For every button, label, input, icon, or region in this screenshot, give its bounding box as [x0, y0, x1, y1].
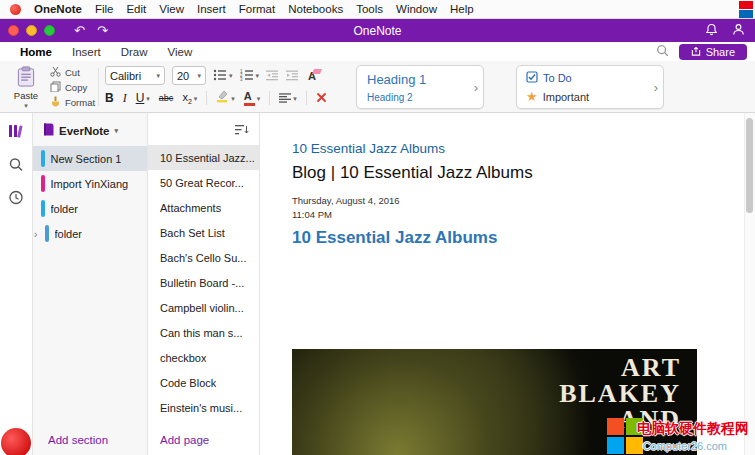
tab-view[interactable]: View: [168, 46, 193, 58]
subscript-sub-label: 2: [188, 98, 192, 105]
chevron-right-icon[interactable]: ›: [34, 228, 37, 239]
menu-tools[interactable]: Tools: [356, 3, 383, 15]
menu-notebooks[interactable]: Notebooks: [288, 3, 343, 15]
tag-todo[interactable]: To Do: [526, 71, 572, 85]
page-row[interactable]: 10 Essential Jazz...: [148, 145, 259, 170]
style-heading1[interactable]: Heading 1: [367, 72, 426, 87]
clear-formatting-button[interactable]: A: [306, 70, 318, 82]
copy-button[interactable]: Copy: [50, 80, 95, 94]
search-icon[interactable]: [656, 44, 669, 59]
minimize-button[interactable]: [26, 25, 37, 36]
scrollbar-thumb[interactable]: [746, 118, 753, 213]
tab-draw[interactable]: Draw: [121, 46, 148, 58]
section-color-bar: [41, 150, 45, 167]
highlighter-icon: [216, 89, 229, 107]
copy-label: Copy: [65, 82, 87, 93]
tags-gallery[interactable]: To Do ★ Important ›: [516, 65, 664, 109]
font-size-dropdown[interactable]: 20 ▾: [172, 66, 206, 85]
paragraph-alignment-button[interactable]: ▾: [279, 89, 297, 107]
page-title-label: Bulletin Board -...: [160, 277, 244, 289]
italic-button[interactable]: I: [123, 91, 127, 106]
menu-edit[interactable]: Edit: [126, 3, 146, 15]
styles-gallery[interactable]: Heading 1 Heading 2 ›: [356, 65, 484, 109]
page-row[interactable]: checkbox: [148, 345, 259, 370]
note-canvas[interactable]: 10 Essential Jazz Albums Blog | 10 Essen…: [260, 113, 755, 455]
page-row[interactable]: Bulletin Board -...: [148, 270, 259, 295]
chevron-right-icon[interactable]: ›: [474, 80, 478, 95]
cut-button[interactable]: Cut: [50, 65, 95, 79]
eraser-icon: [312, 69, 322, 74]
page-header-title: 10 Essential Jazz Albums: [292, 141, 445, 156]
share-button[interactable]: Share: [679, 44, 747, 60]
underline-button[interactable]: U ▾: [136, 91, 150, 105]
tag-todo-label: To Do: [543, 72, 572, 84]
font-family-dropdown[interactable]: Calibri ▾: [105, 66, 165, 85]
tag-important[interactable]: ★ Important: [526, 90, 589, 103]
chevron-right-icon[interactable]: ›: [654, 80, 658, 95]
notifications-bell-icon[interactable]: [705, 22, 718, 40]
page-row[interactable]: Bach's Cello Su...: [148, 245, 259, 270]
close-button[interactable]: [8, 25, 19, 36]
zoom-button[interactable]: [44, 25, 55, 36]
decrease-indent-button[interactable]: [266, 67, 279, 85]
numbered-list-icon: 123: [240, 67, 254, 85]
bold-button[interactable]: B: [105, 91, 114, 105]
font-family-value: Calibri: [110, 70, 141, 82]
menu-help[interactable]: Help: [450, 3, 474, 15]
strikethrough-button[interactable]: abc: [159, 93, 174, 103]
page-row[interactable]: Code Block: [148, 370, 259, 395]
font-color-button[interactable]: A ▾: [244, 91, 261, 106]
note-title[interactable]: Blog | 10 Essential Jazz Albums: [292, 163, 533, 183]
menu-view[interactable]: View: [159, 3, 184, 15]
sort-pages-icon[interactable]: [235, 122, 249, 140]
page-row[interactable]: Can this man s...: [148, 320, 259, 345]
page-row[interactable]: Bach Set List: [148, 220, 259, 245]
bullet-list-button[interactable]: ▾: [213, 67, 233, 85]
font-color-icon: A: [244, 91, 255, 106]
undo-button[interactable]: ↶: [74, 24, 85, 37]
highlighter-button[interactable]: ▾: [216, 89, 235, 107]
page-row[interactable]: Campbell violin...: [148, 295, 259, 320]
numbered-list-button[interactable]: 123 ▾: [240, 67, 260, 85]
menu-onenote[interactable]: OneNote: [34, 3, 82, 15]
watermark-text-en: Computer26.com: [643, 440, 727, 452]
increase-indent-button[interactable]: [286, 67, 299, 85]
watermark-site-logo: [1, 428, 31, 455]
tab-insert[interactable]: Insert: [72, 46, 101, 58]
section-group-row[interactable]: › folder: [33, 221, 147, 246]
notebooks-library-icon[interactable]: [8, 123, 24, 143]
redo-button[interactable]: ↷: [97, 24, 108, 37]
note-heading[interactable]: 10 Essential Jazz Albums: [292, 228, 497, 248]
menu-file[interactable]: File: [95, 3, 114, 15]
section-row[interactable]: Import YinXiang: [33, 171, 147, 196]
chevron-down-icon: ▾: [156, 72, 160, 79]
page-row[interactable]: Attachments: [148, 195, 259, 220]
account-person-icon[interactable]: [732, 22, 745, 40]
section-row[interactable]: New Section 1: [33, 146, 147, 171]
page-row[interactable]: 50 Great Recor...: [148, 170, 259, 195]
delete-button[interactable]: [316, 89, 327, 107]
subscript-button[interactable]: x2 ▾: [182, 91, 197, 105]
notebook-switcher[interactable]: EverNote ▾: [33, 113, 147, 146]
add-section-button[interactable]: Add section: [48, 434, 108, 446]
recent-clock-icon[interactable]: [9, 190, 24, 209]
format-row: B I U ▾ abc x2 ▾ ▾ A ▾ ▾: [105, 89, 327, 107]
menu-window[interactable]: Window: [396, 3, 437, 15]
chevron-down-icon: ▾: [256, 72, 260, 79]
scrollbar-track[interactable]: [744, 113, 755, 455]
style-heading2[interactable]: Heading 2: [367, 92, 413, 103]
page-title-label: Can this man s...: [160, 327, 243, 339]
add-page-button[interactable]: Add page: [160, 434, 209, 446]
menu-format[interactable]: Format: [239, 3, 275, 15]
menu-insert[interactable]: Insert: [197, 3, 226, 15]
paste-button[interactable]: Paste ▾: [6, 64, 46, 110]
tab-home[interactable]: Home: [20, 46, 52, 58]
search-icon[interactable]: [9, 157, 24, 176]
album-text-line: BLAKEY: [292, 381, 681, 407]
section-row[interactable]: folder: [33, 196, 147, 221]
paste-label: Paste: [14, 90, 38, 101]
format-painter-button[interactable]: Format: [50, 95, 95, 109]
page-row[interactable]: Einstein's musi...: [148, 395, 259, 420]
apple-logo[interactable]: [10, 4, 21, 15]
section-color-bar: [41, 200, 45, 217]
